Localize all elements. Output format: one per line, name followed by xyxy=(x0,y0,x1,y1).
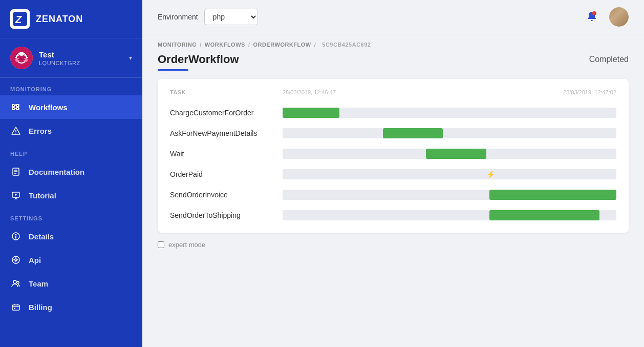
sidebar-item-workflows[interactable]: Workflows xyxy=(0,95,142,119)
svg-point-37 xyxy=(592,11,596,15)
svg-rect-8 xyxy=(12,108,14,110)
env-select[interactable]: php node python xyxy=(204,9,258,25)
bar-container xyxy=(283,210,616,220)
workflow-icon xyxy=(10,101,22,113)
sidebar-item-api[interactable]: Api xyxy=(0,248,142,272)
sidebar-item-team[interactable]: Team xyxy=(0,272,142,295)
page-title: OrderWorkflow xyxy=(158,53,239,66)
sidebar-item-api-label: Api xyxy=(29,256,41,264)
expert-mode-checkbox[interactable] xyxy=(158,241,164,248)
task-column-header: TASK xyxy=(170,89,283,95)
billing-icon xyxy=(10,301,22,313)
topbar: Environment php node python xyxy=(142,0,644,34)
sidebar-item-errors[interactable]: Errors xyxy=(0,119,142,142)
bar-fill xyxy=(489,210,599,220)
task-name: AskForNewPaymentDetails xyxy=(170,129,283,137)
bar-fill xyxy=(489,190,616,200)
brand-name: ZENATON xyxy=(36,14,83,25)
svg-rect-11 xyxy=(16,105,19,107)
bar-fill xyxy=(426,149,486,159)
table-row: SendOrderToShipping xyxy=(170,210,616,220)
timeline-card: TASK 28/03/2019, 12:46:47 28/03/2019, 12… xyxy=(158,79,629,233)
brand-logo: Z xyxy=(10,9,30,29)
user-id: LQUNCKTGRZ xyxy=(39,60,129,66)
task-name: Wait xyxy=(170,150,283,158)
time-start: 28/03/2019, 12:46:47 xyxy=(283,89,563,95)
timeline-header: TASK 28/03/2019, 12:46:47 28/03/2019, 12… xyxy=(170,89,616,97)
sidebar-item-documentation[interactable]: Documentation xyxy=(0,160,142,183)
expert-mode-section: expert mode xyxy=(158,241,629,249)
bar-container xyxy=(283,108,616,118)
nav-section-monitoring: MONITORING xyxy=(0,78,142,95)
bar-container: ⚡ xyxy=(283,169,616,179)
sidebar-item-billing-label: Billing xyxy=(29,303,52,312)
sidebar-item-tutorial[interactable]: Tutorial xyxy=(0,183,142,207)
bolt-icon: ⚡ xyxy=(486,170,495,178)
page-status: Completed xyxy=(589,55,629,64)
sidebar-item-details[interactable]: Details xyxy=(0,224,142,248)
brand-header: Z ZENATON xyxy=(0,0,142,38)
table-row: AskForNewPaymentDetails xyxy=(170,128,616,138)
svg-rect-36 xyxy=(14,308,15,309)
svg-rect-12 xyxy=(16,108,19,110)
breadcrumb-monitoring[interactable]: MONITORING xyxy=(158,42,197,48)
svg-text:Z: Z xyxy=(15,14,22,25)
table-row: ChargeCustomerForOrder xyxy=(170,108,616,118)
task-name: OrderPaid xyxy=(170,170,283,178)
sidebar-item-documentation-label: Documentation xyxy=(29,168,84,176)
details-icon xyxy=(10,231,22,242)
tab-underline xyxy=(158,69,188,71)
bar-container xyxy=(283,190,616,200)
bar-container xyxy=(283,149,616,159)
user-avatar-top[interactable] xyxy=(609,7,629,27)
task-name: SendOrderInvoice xyxy=(170,191,283,199)
main-content: Environment php node python MONITORING /… xyxy=(142,0,644,347)
svg-marker-22 xyxy=(15,194,17,196)
api-icon xyxy=(10,254,22,266)
nav-section-help: HELP xyxy=(0,142,142,160)
svg-point-33 xyxy=(17,281,19,283)
bar-container xyxy=(283,128,616,138)
nav-section-settings: SETTINGS xyxy=(0,207,142,224)
sidebar-item-details-label: Details xyxy=(29,232,54,241)
chevron-down-icon: ▾ xyxy=(129,54,132,62)
svg-point-32 xyxy=(13,280,16,283)
breadcrumb-id: 5C9CB425AC692 xyxy=(322,42,371,48)
task-name: ChargeCustomerForOrder xyxy=(170,109,283,117)
expert-mode-label[interactable]: expert mode xyxy=(168,241,205,249)
sidebar-item-workflows-label: Workflows xyxy=(29,103,68,112)
sidebar-item-errors-label: Errors xyxy=(29,127,52,135)
svg-point-24 xyxy=(15,234,17,236)
breadcrumb-orderworkflow[interactable]: ORDERWORKFLOW xyxy=(253,42,311,48)
task-name: SendOrderToShipping xyxy=(170,211,283,219)
svg-rect-25 xyxy=(15,236,16,239)
table-row: SendOrderInvoice xyxy=(170,190,616,200)
sidebar-item-billing[interactable]: Billing xyxy=(0,295,142,319)
breadcrumb-workflows[interactable]: WORKFLOWS xyxy=(205,42,245,48)
svg-point-27 xyxy=(15,259,17,261)
env-label: Environment xyxy=(158,13,198,21)
table-row: OrderPaid ⚡ xyxy=(170,169,616,179)
sidebar: Z ZENATON Test LQUNCKTGRZ ▾ MONITORING xyxy=(0,0,142,347)
error-icon xyxy=(10,125,22,136)
bell-icon[interactable] xyxy=(583,8,601,26)
svg-rect-34 xyxy=(12,305,19,310)
sidebar-item-tutorial-label: Tutorial xyxy=(29,191,56,200)
svg-point-14 xyxy=(15,133,16,134)
bar-fill xyxy=(383,128,443,138)
user-info: Test LQUNCKTGRZ xyxy=(39,50,129,66)
user-section[interactable]: Test LQUNCKTGRZ ▾ xyxy=(0,38,142,78)
sidebar-item-team-label: Team xyxy=(29,279,48,288)
team-icon xyxy=(10,278,22,289)
svg-rect-7 xyxy=(12,105,14,107)
doc-icon xyxy=(10,166,22,177)
user-name: Test xyxy=(39,50,129,59)
avatar xyxy=(10,47,33,69)
breadcrumb: MONITORING / WORKFLOWS / ORDERWORKFLOW /… xyxy=(158,34,629,53)
tutorial-icon xyxy=(10,190,22,201)
svg-point-4 xyxy=(19,52,24,56)
content-area: MONITORING / WORKFLOWS / ORDERWORKFLOW /… xyxy=(142,34,644,347)
time-end: 28/03/2019, 12:47:02 xyxy=(563,89,616,95)
bar-fill xyxy=(283,108,339,118)
table-row: Wait xyxy=(170,149,616,159)
